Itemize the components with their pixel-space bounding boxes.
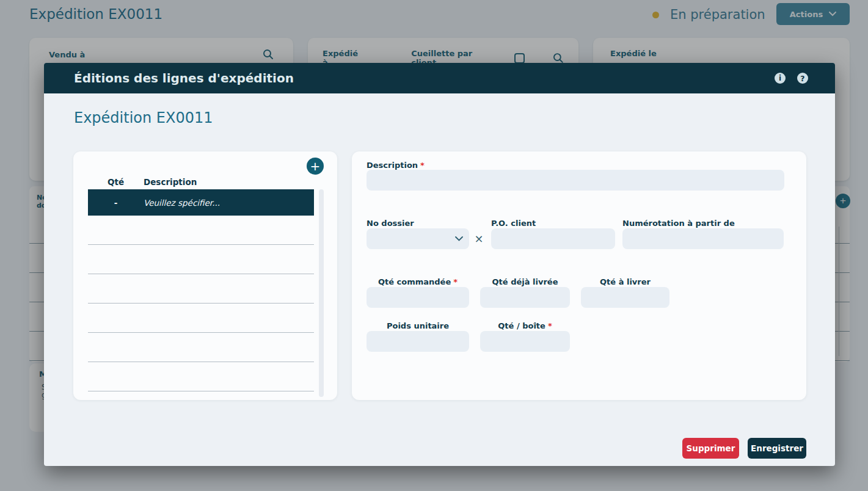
qte-deja-livree-label: Qté déjà livrée: [480, 277, 570, 286]
qte-commandee-field[interactable]: [367, 287, 469, 308]
plus-icon: +: [310, 159, 321, 173]
qte-boite-field[interactable]: [480, 331, 570, 352]
save-button[interactable]: Enregistrer: [748, 438, 806, 459]
required-marker: *: [453, 277, 458, 286]
qte-a-livrer-field[interactable]: [581, 287, 669, 308]
line-description: Veuillez spécifier...: [144, 198, 314, 208]
modal-header-title: Éditions des lignes d'expédition: [74, 71, 775, 85]
poids-unitaire-label: Poids unitaire: [367, 321, 469, 330]
qte-boite-label: Qté / boîte*: [480, 321, 570, 330]
line-row[interactable]: [88, 274, 314, 304]
line-row-selected[interactable]: - Veuillez spécifier...: [88, 189, 314, 216]
required-marker: *: [548, 321, 552, 330]
poids-unitaire-field[interactable]: [367, 331, 469, 352]
line-row[interactable]: [88, 304, 314, 333]
required-marker: *: [420, 161, 425, 170]
add-line-button[interactable]: +: [307, 158, 324, 175]
shipment-lines-modal: Éditions des lignes d'expédition i ? Exp…: [44, 63, 835, 466]
description-label: Description*: [367, 161, 425, 170]
lines-table: Qté Description - Veuillez spécifier...: [88, 175, 314, 391]
description-column-header: Description: [144, 177, 314, 187]
line-row[interactable]: [88, 216, 314, 245]
qte-deja-livree-field[interactable]: [480, 287, 570, 308]
clear-icon[interactable]: ×: [472, 232, 486, 246]
no-dossier-select[interactable]: [367, 228, 469, 249]
po-client-label: P.O. client: [491, 219, 536, 228]
qte-commandee-label: Qté commandée*: [367, 277, 469, 286]
scrollbar[interactable]: [319, 189, 324, 397]
no-dossier-label: No dossier: [367, 219, 414, 228]
qte-a-livrer-label: Qté à livrer: [581, 277, 669, 286]
lines-table-header: Qté Description: [88, 175, 314, 189]
modal-title: Expédition EX0011: [74, 109, 213, 126]
screen: Expédition EX0011 En préparation Actions…: [0, 0, 868, 491]
delete-button[interactable]: Supprimer: [682, 438, 739, 459]
description-field[interactable]: [367, 170, 784, 191]
line-row[interactable]: [88, 362, 314, 391]
chevron-down-icon: [455, 236, 463, 241]
po-client-field[interactable]: [491, 228, 615, 249]
modal-body: Expédition EX0011 + Qté Description - Ve…: [44, 93, 835, 466]
line-edit-form-panel: Description* No dossier × P.O. client Nu…: [352, 151, 806, 400]
line-row[interactable]: [88, 333, 314, 362]
help-icon[interactable]: ?: [797, 73, 808, 84]
info-icon[interactable]: i: [775, 73, 786, 84]
modal-header: Éditions des lignes d'expédition i ?: [44, 63, 835, 93]
numerotation-label: Numérotation à partir de: [622, 219, 735, 228]
shipment-lines-panel: + Qté Description - Veuillez spécifier..…: [73, 151, 337, 400]
qty-column-header: Qté: [88, 177, 144, 187]
numerotation-field[interactable]: [622, 228, 784, 249]
line-row[interactable]: [88, 245, 314, 274]
line-qty: -: [88, 198, 144, 208]
